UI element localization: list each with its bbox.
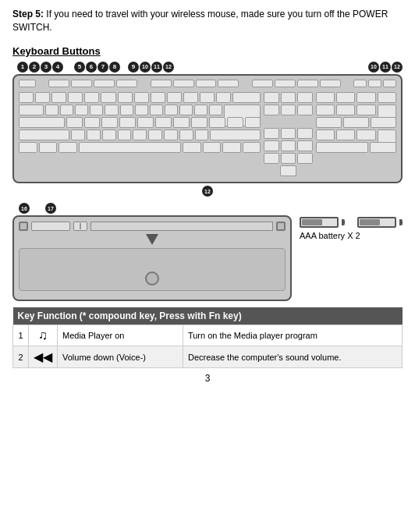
kb-key — [200, 92, 215, 103]
row-description: Turn on the Media player program — [183, 325, 402, 346]
bubble-5: 5 — [74, 62, 85, 73]
bottom-strip — [90, 222, 273, 231]
kb-key — [87, 129, 101, 140]
kb-key — [316, 92, 335, 103]
kb-key — [151, 92, 165, 103]
kb-key — [368, 80, 381, 87]
battery-cap-2 — [399, 219, 403, 225]
bubble-17: 17 — [45, 203, 56, 214]
kb-spacer — [342, 80, 352, 90]
kb-key — [264, 128, 278, 139]
kb-qwerty-row — [19, 105, 261, 115]
step-text: Step 5: If you need to travel with your … — [12, 8, 403, 34]
kb-key — [75, 105, 88, 115]
kb-key — [35, 92, 50, 103]
page-number: 3 — [12, 373, 403, 384]
kb-key — [19, 142, 37, 153]
bottom-left: 16 17 — [12, 203, 292, 301]
table-row: 1 ♫ Media Player on Turn on the Media pl… — [13, 325, 403, 346]
kb-key — [316, 117, 342, 128]
bubble-10: 10 — [140, 62, 151, 73]
arrow-down-icon — [146, 234, 158, 245]
kb-key — [281, 140, 296, 151]
kb-key — [356, 129, 375, 140]
kb-key — [90, 105, 103, 115]
keyboard-section: 1 2 3 4 5 6 7 8 9 10 11 12 10 11 12 — [12, 62, 403, 197]
kb-key — [66, 117, 83, 128]
kb-key — [191, 117, 208, 128]
section-title: Keyboard Buttons — [12, 45, 403, 57]
kb-key — [150, 105, 163, 115]
bubble-1: 1 — [17, 62, 28, 73]
key-function-table: Key Function (* compound key, Press with… — [12, 307, 403, 368]
kb-key — [383, 80, 396, 87]
kb-key — [102, 129, 116, 140]
bubble-12-below: 12 — [202, 186, 213, 197]
kb-spacer — [264, 165, 278, 176]
kb-key — [297, 80, 318, 87]
bubble-8: 8 — [109, 62, 120, 73]
kb-key — [252, 80, 273, 87]
kb-key — [19, 80, 36, 87]
kb-np-row4 — [316, 129, 396, 140]
kb-key — [165, 105, 178, 115]
kb-np-row3 — [316, 117, 396, 128]
kb-key — [203, 142, 222, 153]
kb-nav-row4 — [264, 140, 312, 151]
kb-key — [19, 117, 65, 128]
kb-space-row — [19, 142, 261, 153]
kb-key — [280, 165, 296, 176]
kb-key — [264, 140, 278, 151]
mouse-top-controls — [19, 222, 286, 231]
kb-num-row — [19, 92, 261, 103]
kb-key — [137, 117, 154, 128]
bubble-7: 7 — [98, 62, 108, 73]
kb-key — [151, 80, 172, 87]
kb-key — [209, 117, 225, 128]
kb-key — [275, 80, 296, 87]
kb-key — [356, 105, 375, 115]
connector — [73, 222, 87, 231]
kb-key — [281, 92, 296, 103]
battery-section: AAA battery X 2 — [300, 203, 403, 240]
kb-nav-row3 — [264, 128, 312, 139]
battery-fill — [302, 219, 322, 225]
kb-key — [134, 92, 149, 103]
kb-key — [116, 80, 137, 87]
bubble-2: 2 — [29, 62, 40, 73]
bubble-9: 9 — [128, 62, 139, 73]
kb-key — [232, 92, 261, 103]
right-screw — [276, 222, 286, 231]
kb-key — [316, 142, 368, 153]
kb-row-fn — [19, 80, 396, 90]
kb-key — [218, 80, 239, 87]
bubble-12-below-container: 12 — [12, 185, 403, 197]
step-description: If you need to travel with your wireless… — [12, 9, 388, 33]
kb-key — [336, 129, 355, 140]
kb-key — [71, 80, 92, 87]
kb-key — [370, 142, 397, 153]
kb-key — [179, 129, 193, 140]
bubble-6: 6 — [86, 62, 97, 73]
kb-zxcv-row — [19, 129, 261, 140]
kb-key — [209, 105, 222, 115]
mouse-body-bottom — [19, 248, 286, 291]
kb-key — [264, 153, 278, 164]
bubble-r11: 11 — [380, 62, 391, 73]
bubble-r12: 12 — [392, 62, 403, 73]
kb-key — [71, 129, 85, 140]
row-function: Volume down (Voice-) — [58, 346, 183, 368]
kb-key — [243, 142, 261, 153]
kb-key — [297, 92, 312, 103]
battery-body-2 — [357, 217, 396, 228]
kb-key — [135, 105, 148, 115]
kb-key — [371, 117, 396, 128]
kb-nav-row5 — [264, 153, 312, 164]
row-icon: ♫ — [29, 325, 58, 346]
kb-key — [183, 92, 198, 103]
kb-key — [173, 80, 194, 87]
kb-key — [120, 105, 133, 115]
kb-key — [316, 129, 335, 140]
kb-nav — [264, 92, 312, 178]
kb-np-row1 — [316, 92, 396, 103]
